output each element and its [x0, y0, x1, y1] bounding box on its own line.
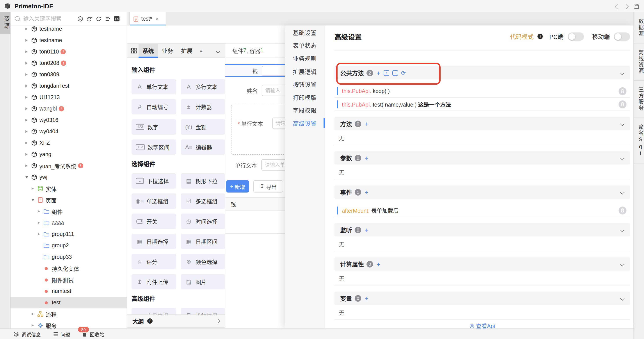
expand-arrow-right[interactable]	[32, 187, 37, 190]
expand-arrow-right[interactable]	[26, 142, 31, 144]
add-icon[interactable]: +	[365, 189, 369, 195]
chevron-down-icon[interactable]	[620, 122, 624, 126]
add-icon[interactable]: +	[365, 226, 369, 233]
expand-arrow-right[interactable]	[26, 39, 31, 42]
component-grid-icon[interactable]	[131, 48, 137, 54]
tree-item-XFZ[interactable]: XFZ	[10, 137, 127, 149]
tree-item-numtest[interactable]: numtest	[10, 286, 127, 297]
settings-menu-表单状态[interactable]: 表单状态	[285, 39, 325, 52]
import-icon[interactable]: ↓	[392, 70, 398, 76]
refresh-icon[interactable]	[95, 15, 102, 22]
add-button[interactable]: +新增	[226, 180, 249, 192]
view-api-link[interactable]: ◎查看Api	[334, 322, 630, 328]
chevron-down-icon[interactable]	[620, 71, 624, 75]
rail-tab-命名Sql[interactable]: 命名Sql	[634, 118, 644, 164]
settings-menu-扩展逻辑[interactable]: 扩展逻辑	[285, 65, 325, 78]
forward-icon[interactable]	[624, 3, 628, 10]
expand-arrow-down[interactable]	[32, 199, 37, 201]
tree-item-wy0404[interactable]: wy0404	[10, 126, 127, 137]
tab-test[interactable]: test* ×	[129, 12, 166, 26]
expand-arrow-right[interactable]	[38, 233, 43, 236]
outline-expand-icon[interactable]	[216, 319, 220, 323]
delete-icon[interactable]	[618, 206, 626, 214]
tree-item-服务[interactable]: 服务	[10, 320, 127, 328]
code-mode-link[interactable]: 代码模式	[510, 32, 534, 41]
tree-item-ton0110[interactable]: ton0110!	[10, 46, 127, 58]
palette-item-树形下拉[interactable]: ▤树形下拉	[180, 173, 225, 188]
name-input[interactable]	[262, 85, 285, 96]
section-header-参数[interactable]: 参数0+	[334, 151, 630, 164]
section-header-公共方法[interactable]: 公共方法2+↑↓⟳	[334, 66, 630, 80]
tree-item-实体[interactable]: 实体	[10, 183, 127, 194]
expand-arrow-right[interactable]	[26, 108, 31, 110]
tree-item-ton0208[interactable]: ton0208!	[10, 58, 127, 69]
expand-arrow-right[interactable]	[26, 28, 31, 30]
rail-tab-离线资源[interactable]: 离线资源	[634, 44, 644, 81]
single-text-input[interactable]	[261, 159, 285, 170]
section-header-计算属性[interactable]: 计算属性0+	[334, 258, 630, 270]
expand-arrow-right[interactable]	[26, 62, 31, 64]
tree-item-页面[interactable]: 页面	[10, 194, 127, 206]
tree-item-tongdanTest[interactable]: tongdanTest	[10, 80, 127, 92]
palette-item-编辑器[interactable]: A≡编辑器	[180, 140, 225, 155]
money-input[interactable]	[262, 66, 285, 76]
required-text-input[interactable]	[272, 118, 285, 129]
settings-menu-按钮设置[interactable]: 按钮设置	[285, 78, 325, 91]
export-icon[interactable]: ↑	[384, 70, 389, 76]
export-button[interactable]: ↧导出	[254, 180, 283, 192]
ai-assistant-icon[interactable]: AI	[77, 15, 83, 22]
palette-item-日期选择[interactable]: ▦日期选择	[132, 234, 176, 249]
palette-item-单选框组[interactable]: ◉≡单选框组	[132, 194, 176, 209]
tree-item-ton0309[interactable]: ton0309	[10, 69, 127, 80]
chevron-down-icon[interactable]	[620, 156, 624, 160]
tree-item-ywj[interactable]: ywj	[10, 172, 127, 183]
palette-item-评分[interactable]: ☆评分	[132, 254, 176, 269]
new-module-icon[interactable]	[86, 15, 92, 22]
palette-tab-业务[interactable]: 业务	[158, 44, 177, 58]
tree-item-附件测试[interactable]: 附件测试	[10, 274, 127, 286]
bottom-bar-问题[interactable]: 问题89	[52, 330, 70, 338]
method-row[interactable]: this.PubApi. koop( )	[334, 85, 630, 98]
tree-item-group111[interactable]: group111	[10, 228, 127, 240]
add-icon[interactable]: +	[376, 70, 380, 76]
palette-item-自动编号[interactable]: #自动编号	[132, 99, 176, 114]
expand-arrow-right[interactable]	[26, 153, 31, 156]
tree-item-wangbl[interactable]: wangbl!	[10, 103, 127, 114]
bottom-bar-调试信息[interactable]: 调试信息	[13, 330, 41, 338]
expand-arrow-right[interactable]	[38, 222, 43, 224]
tree-item-yuan_考试系统[interactable]: yuan_考试系统!	[10, 160, 127, 172]
tree-item-流程[interactable]: 流程	[10, 308, 127, 320]
palette-item-附件上传[interactable]: ↥附件上传	[132, 274, 176, 290]
expand-arrow-right[interactable]	[26, 50, 31, 53]
outline-info-icon[interactable]: i	[147, 318, 152, 324]
settings-menu-业务规则[interactable]: 业务规则	[285, 52, 325, 65]
tab-close-icon[interactable]: ×	[156, 16, 159, 22]
expand-arrow-right[interactable]	[26, 73, 31, 76]
expand-arrow-right[interactable]	[26, 164, 31, 167]
palette-item-数字区间[interactable]: 1~3数字区间	[132, 140, 176, 155]
chevron-down-icon[interactable]	[620, 228, 624, 232]
palette-tab-扩展[interactable]: 扩展	[177, 44, 196, 58]
pc-toggle[interactable]	[568, 32, 584, 40]
tree-item-UI11213[interactable]: UI11213	[10, 92, 127, 103]
section-header-变量[interactable]: 变量0+	[334, 292, 630, 305]
settings-menu-字段权限[interactable]: 字段权限	[285, 104, 325, 117]
chevron-down-icon[interactable]	[620, 296, 624, 301]
tree-item-aaaa[interactable]: aaaa	[10, 217, 127, 228]
dashed-group-container[interactable]	[231, 105, 285, 155]
tree-item-test[interactable]: test	[10, 297, 127, 308]
add-icon[interactable]: +	[365, 154, 369, 161]
palette-item-开关[interactable]: 开关	[132, 214, 176, 229]
palette-list-icon[interactable]: ≡	[200, 48, 202, 53]
palette-item-下拉选择[interactable]: ⌄下拉选择	[132, 173, 176, 188]
palette-item-多行文本[interactable]: A多行文本	[180, 79, 225, 94]
back-icon[interactable]	[616, 3, 619, 10]
search-input[interactable]	[22, 15, 76, 22]
method-row[interactable]: afterMount: 表单加载后	[334, 204, 630, 217]
tree-item-group2[interactable]: group2	[10, 240, 127, 251]
rail-tab-resources[interactable]: 资源	[0, 12, 10, 34]
section-header-方法[interactable]: 方法0+	[334, 117, 630, 130]
expand-arrow-right[interactable]	[26, 119, 31, 122]
palette-item-时间选择[interactable]: ◷时间选择	[180, 214, 225, 229]
palette-item-数字[interactable]: 123数字	[132, 119, 176, 135]
